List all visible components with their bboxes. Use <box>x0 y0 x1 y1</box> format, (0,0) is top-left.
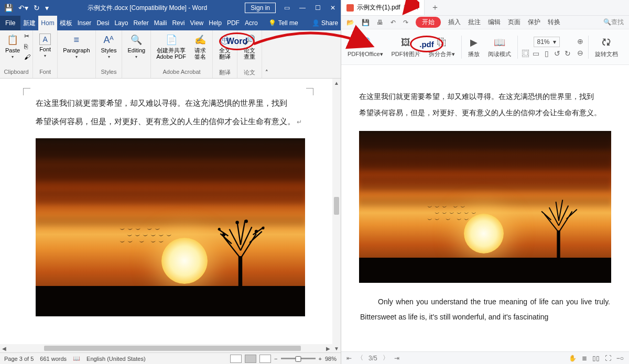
scroll-thumb-h[interactable] <box>44 346 301 351</box>
page-indicator[interactable]: 3/5 <box>368 355 377 362</box>
word-count[interactable]: 661 words <box>40 356 67 362</box>
scroll-down-icon[interactable]: ▼ <box>334 344 339 352</box>
tab-protect[interactable]: 保护 <box>528 18 540 27</box>
format-painter-icon[interactable]: 🖌 <box>24 53 30 61</box>
prev-page-icon[interactable]: 〈 <box>357 354 363 362</box>
first-page-icon[interactable]: ⇤ <box>346 355 352 362</box>
undo-icon[interactable]: ↶ <box>391 19 396 26</box>
read-mode-button[interactable]: 📖阅读模式 <box>485 34 514 60</box>
next-page-icon[interactable]: 〉 <box>383 354 389 362</box>
rotate-right-icon[interactable]: ↻ <box>563 49 572 58</box>
pdf-document-area[interactable]: 在这里我们就更需要希望，却又难以寻得。在这充满恐惧的世界里，找到 希望谈何容易，… <box>341 65 629 351</box>
zoom-in-icon[interactable]: + <box>319 356 322 362</box>
scroll-right-icon[interactable]: ▶ <box>324 346 332 351</box>
tab-layout[interactable]: Layo <box>112 16 131 30</box>
ribbon-opts-icon[interactable]: ▭ <box>284 4 290 12</box>
tab-template[interactable]: 模板 <box>57 16 75 30</box>
document-page: 在这里我们就更需要希望，却又难以寻得。在这充满恐惧的世界里，找到 希望谈何容易，… <box>0 79 341 322</box>
font-button[interactable]: AFont▾ <box>35 31 55 60</box>
save-icon[interactable]: 💾 <box>4 4 13 12</box>
single-page-icon[interactable]: ▯ <box>542 49 551 58</box>
read-mode-button[interactable] <box>230 355 242 363</box>
tab-mailings[interactable]: Maili <box>151 16 170 30</box>
styles-button[interactable]: AᴬStyles▾ <box>98 31 120 61</box>
word-titlebar: 💾 ↶▾ ↻ ▾ 示例文件.docx [Compatibility Mode] … <box>0 0 341 16</box>
tab-comment[interactable]: 批注 <box>468 18 481 27</box>
zoom-value[interactable]: 98% <box>325 356 337 362</box>
request-sign-button[interactable]: ✍请求签名 <box>190 31 210 62</box>
signin-button[interactable]: Sign in <box>245 3 276 13</box>
zoom-slider[interactable] <box>281 358 316 359</box>
zoom-in-icon[interactable]: ⊕ <box>576 37 585 46</box>
font-label: Font <box>39 46 51 52</box>
paragraph-icon: ≡ <box>70 34 83 46</box>
rotate-doc-button[interactable]: 🗘旋转文档 <box>592 34 621 60</box>
undo-icon[interactable]: ↶▾ <box>18 4 28 12</box>
cut-icon[interactable]: ✂ <box>24 32 30 40</box>
print-layout-button[interactable] <box>245 355 256 363</box>
rotate-left-icon[interactable]: ↺ <box>552 49 562 58</box>
web-layout-button[interactable] <box>259 355 271 363</box>
scroll-up-icon[interactable]: ▲ <box>334 79 339 87</box>
tab-convert[interactable]: 转换 <box>548 18 560 27</box>
book-icon: 📖 <box>494 36 505 49</box>
zoom-out-icon[interactable]: ⊖ <box>576 49 585 57</box>
redo-icon[interactable]: ↻ <box>34 4 40 12</box>
scroll-track-h[interactable] <box>8 344 324 352</box>
fullscreen-icon[interactable]: ⛶ <box>605 355 611 362</box>
play-button[interactable]: ▶播放 <box>465 34 483 60</box>
tab-design[interactable]: Desi <box>94 16 112 30</box>
tab-start[interactable]: 开始 <box>416 17 441 28</box>
paragraph-button[interactable]: ≡Paragraph▾ <box>60 31 93 61</box>
language[interactable]: English (United States) <box>86 356 146 362</box>
tab-page[interactable]: 页面 <box>508 18 520 27</box>
two-page-icon[interactable]: ▯▯ <box>592 355 600 362</box>
qat-more-icon[interactable]: ▾ <box>45 4 49 12</box>
group-paragraph: ≡Paragraph▾ <box>58 30 95 78</box>
spell-icon[interactable]: 📖 <box>73 355 80 362</box>
rotate-icon: 🗘 <box>602 36 611 49</box>
tab-edit[interactable]: 编辑 <box>488 18 501 27</box>
divider <box>588 36 589 59</box>
tab-insert[interactable]: 插入 <box>448 18 461 27</box>
horizontal-scrollbar[interactable]: ◀ ▶ <box>0 344 332 352</box>
tab-review[interactable]: Revi <box>169 16 187 30</box>
zoom-out-icon[interactable]: −○ <box>616 355 624 362</box>
editing-button[interactable]: 🔍Editing▾ <box>124 31 148 61</box>
tab-home[interactable]: Hom <box>38 16 57 30</box>
tab-insert[interactable]: Inser <box>75 16 94 30</box>
hand-tool-icon[interactable]: ✋ <box>569 355 577 362</box>
paste-label: Paste <box>5 47 20 53</box>
find-button[interactable]: 🔍查找 <box>603 18 624 27</box>
tab-new[interactable]: 新建 <box>20 16 38 30</box>
vertical-scrollbar[interactable]: ▲ ▼ <box>332 79 341 352</box>
maximize-icon[interactable]: ☐ <box>315 4 321 12</box>
continuous-icon[interactable]: ≣ <box>582 355 587 362</box>
pdf-app: 示例文件(1).pdf ❐✕ ＋ 📂 💾 🖶 ↶ ↷ 开始 插入 批注 编辑 页… <box>341 0 629 364</box>
copy-icon[interactable]: ⎘ <box>24 43 30 50</box>
zoom-out-icon[interactable]: − <box>274 356 277 362</box>
tab-pdf[interactable]: PDF <box>224 16 242 30</box>
scroll-track[interactable] <box>332 87 341 344</box>
fit-width-icon[interactable]: ⿴ <box>521 49 530 58</box>
minimize-icon[interactable]: — <box>299 4 306 12</box>
scroll-thumb[interactable] <box>334 197 339 215</box>
page-indicator[interactable]: Page 3 of 5 <box>4 356 34 362</box>
find-label: 查找 <box>611 18 624 26</box>
redo-icon[interactable]: ↷ <box>403 19 408 26</box>
scroll-left-icon[interactable]: ◀ <box>0 346 8 351</box>
create-share-pdf-button[interactable]: 📄创建并共享Adobe PDF <box>153 31 189 62</box>
thesis-group-label: 论文 <box>240 69 259 77</box>
new-tab-button[interactable]: ＋ <box>425 2 446 13</box>
last-page-icon[interactable]: ⇥ <box>394 355 399 362</box>
tab-references[interactable]: Refer <box>131 16 151 30</box>
tab-file[interactable]: File <box>0 16 20 30</box>
word-document-area[interactable]: 在这里我们就更需要希望，却又难以寻得。在这充满恐惧的世界里，找到 希望谈何容易，… <box>0 79 341 352</box>
callout-word: Word <box>219 32 255 50</box>
tab-view[interactable]: View <box>187 16 206 30</box>
zoom-input[interactable]: 81%▾ <box>534 37 560 47</box>
tab-help[interactable]: Help <box>206 16 224 30</box>
fit-page-icon[interactable]: ▭ <box>532 49 541 58</box>
paste-button[interactable]: 📋Paste▾ <box>2 31 23 61</box>
close-icon[interactable]: ✕ <box>330 4 335 12</box>
